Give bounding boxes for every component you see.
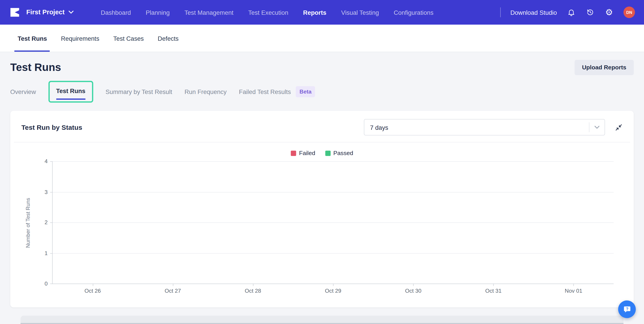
next-widget-top-edge bbox=[20, 323, 624, 324]
card-header: Test Run by Status 7 days bbox=[10, 111, 634, 142]
subtab-run-frequency[interactable]: Run Frequency bbox=[184, 88, 226, 95]
legend-label: Failed bbox=[299, 150, 315, 156]
card-header-controls: 7 days bbox=[82, 119, 623, 135]
y-axis-tick bbox=[50, 253, 52, 254]
chat-question-icon: ? bbox=[622, 305, 632, 314]
select-right bbox=[589, 122, 600, 132]
chart: Number of Test Runs 01234Oct 26Oct 27Oct… bbox=[52, 161, 614, 284]
katalon-logo-icon[interactable] bbox=[9, 6, 20, 18]
project-name: First Project bbox=[26, 9, 64, 16]
select-divider bbox=[589, 122, 589, 132]
y-axis-label: 3 bbox=[44, 189, 48, 195]
page-header: Test Runs Upload Reports bbox=[10, 58, 634, 76]
nav-configurations[interactable]: Configurations bbox=[394, 9, 433, 16]
gridline bbox=[52, 161, 614, 162]
gridline bbox=[52, 222, 614, 223]
y-axis-label: 0 bbox=[44, 281, 48, 287]
nav-divider bbox=[500, 7, 500, 17]
y-axis-tick bbox=[50, 222, 52, 223]
gear-glyph: ⚙ bbox=[605, 8, 613, 17]
x-axis-label: Oct 30 bbox=[405, 288, 422, 294]
gridline bbox=[52, 253, 614, 254]
nav-visual-testing[interactable]: Visual Testing bbox=[341, 9, 379, 16]
x-axis-tick bbox=[253, 284, 254, 286]
module-tabs: Test Runs Requirements Test Cases Defect… bbox=[0, 25, 644, 52]
page-content: Test Runs Upload Reports Overview Test R… bbox=[0, 58, 644, 324]
x-axis-tick bbox=[93, 284, 93, 286]
x-axis-label: Oct 27 bbox=[164, 288, 181, 294]
y-axis-tick bbox=[50, 161, 52, 162]
x-axis-label: Oct 26 bbox=[84, 288, 101, 294]
subtab-failed-wrap: Failed Test Results Beta bbox=[239, 86, 315, 97]
notifications-bell-icon[interactable] bbox=[567, 8, 576, 17]
legend-swatch bbox=[291, 150, 296, 156]
nav-right-cluster: Download Studio ⚙ DN bbox=[500, 6, 635, 18]
nav-test-management[interactable]: Test Management bbox=[184, 9, 234, 16]
x-axis-tick bbox=[413, 284, 414, 286]
card-title: Test Run by Status bbox=[21, 123, 82, 131]
tab-requirements[interactable]: Requirements bbox=[61, 25, 99, 52]
nav-test-execution[interactable]: Test Execution bbox=[248, 9, 288, 16]
legend-label: Passed bbox=[334, 150, 353, 156]
nav-planning[interactable]: Planning bbox=[146, 9, 170, 16]
y-axis-label: 4 bbox=[44, 158, 48, 164]
chevron-down-icon bbox=[69, 11, 74, 14]
collapse-widget-icon[interactable] bbox=[614, 123, 623, 132]
y-axis-label: 1 bbox=[44, 250, 48, 256]
test-run-by-status-card: Test Run by Status 7 days bbox=[10, 111, 634, 308]
main-menu: Dashboard Planning Test Management Test … bbox=[101, 9, 434, 16]
beta-badge: Beta bbox=[296, 86, 315, 97]
top-nav: First Project Dashboard Planning Test Ma… bbox=[0, 0, 644, 25]
x-axis-tick bbox=[493, 284, 494, 286]
legend-swatch bbox=[325, 150, 330, 156]
x-axis-label: Oct 28 bbox=[245, 288, 261, 294]
x-axis-tick bbox=[333, 284, 334, 286]
y-axis-title: Number of Test Runs bbox=[25, 198, 31, 248]
settings-gear-icon[interactable]: ⚙ bbox=[604, 8, 614, 17]
legend-item[interactable]: Passed bbox=[325, 150, 353, 156]
page-title: Test Runs bbox=[10, 61, 61, 74]
time-range-select[interactable]: 7 days bbox=[364, 119, 605, 135]
chart-legend: FailedPassed bbox=[10, 149, 634, 157]
x-axis-tick bbox=[574, 284, 574, 286]
subtab-highlight-box: Test Runs bbox=[48, 80, 94, 102]
svg-text:?: ? bbox=[626, 307, 628, 311]
y-axis-tick bbox=[50, 284, 52, 284]
x-axis-label: Oct 31 bbox=[485, 288, 502, 294]
nav-dashboard[interactable]: Dashboard bbox=[101, 9, 131, 16]
x-axis-label: Nov 01 bbox=[565, 288, 582, 294]
time-range-value: 7 days bbox=[370, 124, 388, 131]
report-subtabs: Overview Test Runs Summary by Test Resul… bbox=[10, 80, 634, 103]
plot-area: 01234Oct 26Oct 27Oct 28Oct 29Oct 30Oct 3… bbox=[52, 161, 614, 284]
subtab-test-runs[interactable]: Test Runs bbox=[56, 87, 85, 94]
project-switcher[interactable]: First Project bbox=[26, 9, 74, 16]
download-studio-link[interactable]: Download Studio bbox=[510, 9, 557, 16]
y-axis-label: 2 bbox=[44, 219, 48, 226]
nav-reports[interactable]: Reports bbox=[303, 9, 326, 16]
x-axis-tick bbox=[173, 284, 173, 286]
tab-defects[interactable]: Defects bbox=[158, 25, 178, 52]
card-divider bbox=[14, 142, 630, 143]
user-avatar[interactable]: DN bbox=[624, 6, 635, 18]
gridline bbox=[52, 192, 614, 192]
legend-item[interactable]: Failed bbox=[291, 150, 315, 156]
tab-test-runs[interactable]: Test Runs bbox=[18, 25, 47, 52]
subtab-overview[interactable]: Overview bbox=[10, 88, 36, 95]
y-axis-tick bbox=[50, 192, 52, 192]
chevron-down-icon bbox=[594, 125, 600, 129]
tab-test-cases[interactable]: Test Cases bbox=[113, 25, 144, 52]
app-viewport: First Project Dashboard Planning Test Ma… bbox=[0, 0, 644, 324]
history-icon[interactable] bbox=[586, 8, 595, 17]
next-widget-card-partial bbox=[20, 316, 624, 324]
subtab-failed-test-results[interactable]: Failed Test Results bbox=[239, 88, 291, 95]
upload-reports-button[interactable]: Upload Reports bbox=[574, 60, 634, 75]
help-chat-button[interactable]: ? bbox=[618, 301, 636, 318]
x-axis-label: Oct 29 bbox=[325, 288, 341, 294]
subtab-summary-by-test-result[interactable]: Summary by Test Result bbox=[106, 88, 172, 95]
